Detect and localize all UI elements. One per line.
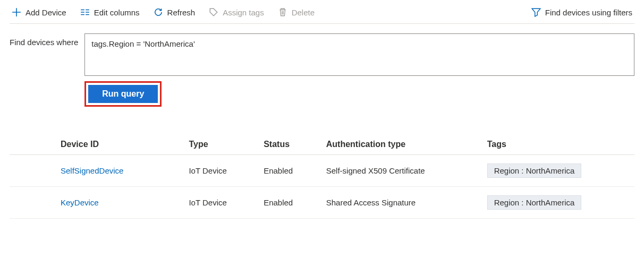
find-devices-filter-button[interactable]: Find devices using filters	[529, 6, 634, 18]
edit-columns-label: Edit columns	[94, 8, 140, 17]
assign-tags-button: Assign tags	[207, 6, 266, 18]
device-tags: Region : NorthAmerica	[480, 187, 634, 219]
results-table-wrap: Device ID Type Status Authentication typ…	[10, 134, 634, 219]
find-devices-filter-label: Find devices using filters	[545, 8, 632, 17]
device-auth: Self-signed X509 Certificate	[319, 155, 480, 187]
query-text: tags.Region = 'NorthAmerica'	[91, 39, 195, 48]
columns-icon	[80, 7, 90, 17]
refresh-button[interactable]: Refresh	[151, 6, 198, 18]
device-auth: Shared Access Signature	[319, 187, 480, 219]
run-query-button[interactable]: Run query	[88, 85, 158, 103]
query-row: Find devices where tags.Region = 'NorthA…	[10, 33, 634, 107]
col-type[interactable]: Type	[181, 134, 256, 155]
refresh-icon	[154, 7, 163, 17]
refresh-label: Refresh	[167, 8, 196, 17]
delete-button: Delete	[276, 6, 317, 18]
query-right: tags.Region = 'NorthAmerica' Run query	[84, 33, 634, 107]
device-status: Enabled	[256, 155, 319, 187]
device-id-link[interactable]: KeyDevice	[10, 187, 181, 219]
device-type: IoT Device	[181, 187, 256, 219]
tag-icon	[209, 7, 218, 17]
assign-tags-label: Assign tags	[223, 8, 264, 17]
table-row[interactable]: KeyDevice IoT Device Enabled Shared Acce…	[10, 187, 634, 219]
device-tags: Region : NorthAmerica	[480, 155, 634, 187]
col-device-id[interactable]: Device ID	[10, 134, 181, 155]
tag-chip[interactable]: Region : NorthAmerica	[487, 163, 582, 178]
query-input[interactable]: tags.Region = 'NorthAmerica'	[84, 33, 634, 76]
query-label: Find devices where	[10, 33, 78, 47]
table-header-row: Device ID Type Status Authentication typ…	[10, 134, 634, 155]
col-auth[interactable]: Authentication type	[319, 134, 480, 155]
device-type: IoT Device	[181, 155, 256, 187]
edit-columns-button[interactable]: Edit columns	[78, 6, 142, 18]
col-status[interactable]: Status	[256, 134, 319, 155]
device-status: Enabled	[256, 187, 319, 219]
device-id-link[interactable]: SelfSignedDevice	[10, 155, 181, 187]
results-table: Device ID Type Status Authentication typ…	[10, 134, 634, 219]
table-row[interactable]: SelfSignedDevice IoT Device Enabled Self…	[10, 155, 634, 187]
plus-icon	[12, 7, 21, 17]
run-query-highlight: Run query	[84, 81, 162, 107]
command-bar: Add Device Edit columns Refresh Assign t…	[10, 3, 634, 24]
filter-icon	[531, 7, 541, 17]
col-tags[interactable]: Tags	[480, 134, 634, 155]
trash-icon	[278, 7, 287, 17]
tag-chip[interactable]: Region : NorthAmerica	[487, 195, 582, 210]
add-device-label: Add Device	[26, 8, 66, 17]
delete-label: Delete	[292, 8, 315, 17]
add-device-button[interactable]: Add Device	[10, 6, 69, 18]
